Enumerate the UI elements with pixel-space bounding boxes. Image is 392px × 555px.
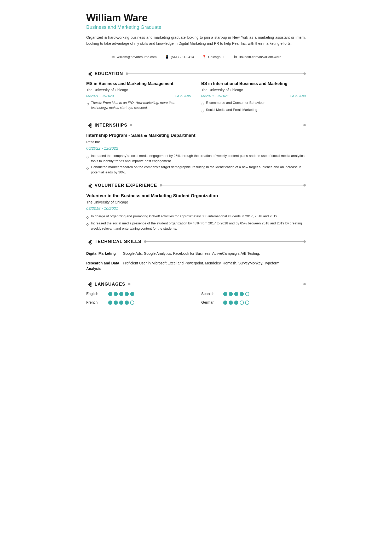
volunteer-title: Volunteer in the Business and Marketing …	[86, 192, 306, 199]
edu-ms-bullets: ◇ Thesis: From Idea to an IPO: How marke…	[86, 100, 191, 110]
lang-spanish: Spanish	[201, 291, 306, 297]
dot-2	[229, 292, 233, 296]
dot-2	[229, 301, 233, 305]
internship-company: Pear Inc.	[86, 139, 306, 145]
skills-section-header: TECHNICAL SKILLS	[86, 238, 306, 245]
internship-title: Internship Program - Sales & Marketing D…	[86, 132, 306, 139]
internships-entries: Internship Program - Sales & Marketing D…	[86, 132, 306, 175]
bullet-diamond-icon: ◇	[201, 101, 204, 106]
lang-french-dots	[108, 301, 134, 305]
lang-spanish-dots	[223, 292, 249, 296]
internships-diamond-icon	[86, 122, 92, 128]
candidate-name: William Ware	[86, 13, 306, 24]
bullet-diamond-icon: ◇	[86, 154, 89, 160]
internship-bullet-1: ◇ Increased the company's social media e…	[86, 153, 306, 163]
contact-email: ✉ william@novoresume.com	[111, 54, 157, 60]
dot-1	[223, 301, 227, 305]
lang-german: German	[201, 300, 306, 305]
volunteer-company: The University of Chicago	[86, 200, 306, 205]
skills-table: Digital Marketing Google Ads. Google Ana…	[86, 249, 306, 274]
contact-linkedin: in linkedin.com/in/william.ware	[233, 54, 281, 60]
dot-5	[130, 301, 134, 305]
dot-1	[108, 292, 112, 296]
location-icon: 📍	[202, 55, 206, 59]
edu-bs-bullets: ◇ E-commerce and Consumer Behaviour ◇ So…	[201, 100, 306, 114]
dot-4	[240, 301, 244, 305]
lang-spanish-name: Spanish	[201, 291, 220, 297]
dot-1	[108, 301, 112, 305]
candidate-subtitle: Business and Marketing Graduate	[86, 24, 306, 31]
edu-bs-gpa: GPA: 3.90	[290, 93, 306, 99]
volunteer-bullet-1: ◇ In charge of organizing and promoting …	[86, 214, 306, 220]
edu-ms-bullet-1: ◇ Thesis: From Idea to an IPO: How marke…	[86, 100, 191, 110]
lang-english-dots	[108, 292, 134, 296]
phone-icon: 📱	[164, 55, 169, 59]
contact-location: 📍 Chicago, IL	[202, 54, 225, 60]
dot-3	[234, 301, 238, 305]
edu-ms-institution: The University of Chicago	[86, 87, 191, 93]
edu-ms-dates-gpa: 09/2021 - 06/2023 GPA: 3.95	[86, 93, 191, 99]
internships-section-title: INTERNSHIPS	[95, 122, 127, 129]
volunteer-section-title: VOLUNTEER EXPERIENCE	[95, 182, 157, 189]
education-diamond-icon	[86, 71, 92, 76]
volunteer-section-header: VOLUNTEER EXPERIENCE	[86, 182, 306, 189]
candidate-summary: Organized & hard-working business and ma…	[86, 35, 306, 46]
internships-section-header: INTERNSHIPS	[86, 122, 306, 129]
edu-ms-gpa: GPA: 3.95	[175, 93, 191, 99]
dot-1	[223, 292, 227, 296]
bullet-diamond-icon: ◇	[86, 222, 89, 227]
volunteer-entry-1: Volunteer in the Business and Marketing …	[86, 192, 306, 231]
lang-german-dots	[223, 301, 249, 305]
edu-bs-dates-gpa: 09/2018 - 06/2021 GPA: 3.90	[201, 93, 306, 99]
languages-section-line	[128, 284, 306, 284]
languages-section-title: LANGUAGES	[95, 281, 125, 288]
volunteer-diamond-icon	[86, 183, 92, 188]
contact-phone: 📱 (541) 231-2414	[164, 54, 194, 60]
skills-row-research: Research and Data Analysis Proficient Us…	[86, 258, 306, 274]
volunteer-section-line	[160, 185, 306, 185]
skills-label-research: Research and Data Analysis	[86, 258, 123, 274]
languages-diamond-icon	[86, 281, 92, 287]
bullet-diamond-icon: ◇	[86, 101, 89, 106]
lang-english: English	[86, 291, 191, 297]
dot-3	[234, 292, 238, 296]
skills-value-digital: Google Ads. Google Analytics. Facebook f…	[123, 249, 306, 258]
lang-german-name: German	[201, 300, 220, 305]
contact-bar: ✉ william@novoresume.com 📱 (541) 231-241…	[86, 51, 306, 63]
lang-english-name: English	[86, 291, 105, 297]
volunteer-dates: 03/2018 - 10/2021	[86, 206, 306, 212]
education-section-header: EDUCATION	[86, 70, 306, 77]
edu-ms-degree: MS in Business and Marketing Management	[86, 81, 191, 87]
dot-3	[119, 292, 123, 296]
edu-bs-degree: BS in International Business and Marketi…	[201, 81, 306, 87]
dot-4	[125, 301, 129, 305]
skills-value-research: Proficient User in Microsoft Excel and P…	[123, 258, 306, 274]
skills-diamond-icon	[86, 239, 92, 245]
education-entry-ms: MS in Business and Marketing Management …	[86, 81, 191, 115]
internship-bullets: ◇ Increased the company's social media e…	[86, 153, 306, 175]
edu-bs-bullet-2: ◇ Social Media and Email Marketing	[201, 107, 306, 114]
dot-4	[240, 292, 244, 296]
skills-section-title: TECHNICAL SKILLS	[95, 238, 141, 245]
education-entries: MS in Business and Marketing Management …	[86, 81, 306, 115]
volunteer-entries: Volunteer in the Business and Marketing …	[86, 192, 306, 231]
internship-entry-1: Internship Program - Sales & Marketing D…	[86, 132, 306, 175]
education-entry-bs: BS in International Business and Marketi…	[201, 81, 306, 115]
linkedin-icon: in	[233, 55, 238, 59]
skills-row-digital: Digital Marketing Google Ads. Google Ana…	[86, 249, 306, 258]
languages-section-header: LANGUAGES	[86, 281, 306, 288]
bullet-diamond-icon: ◇	[86, 166, 89, 171]
dot-5	[245, 301, 249, 305]
education-section-title: EDUCATION	[95, 70, 123, 77]
resume-header: William Ware Business and Marketing Grad…	[86, 13, 306, 46]
dot-3	[119, 301, 123, 305]
dot-2	[114, 301, 118, 305]
edu-bs-dates: 09/2018 - 06/2021	[201, 93, 229, 99]
internship-dates: 06/2022 - 12/2022	[86, 145, 306, 151]
email-icon: ✉	[111, 55, 116, 59]
bullet-diamond-icon: ◇	[86, 215, 89, 220]
internship-bullet-2: ◇ Conducted market research on the compa…	[86, 165, 306, 175]
lang-french-name: French	[86, 300, 105, 305]
dot-5	[245, 292, 249, 296]
bullet-diamond-icon: ◇	[201, 108, 204, 114]
